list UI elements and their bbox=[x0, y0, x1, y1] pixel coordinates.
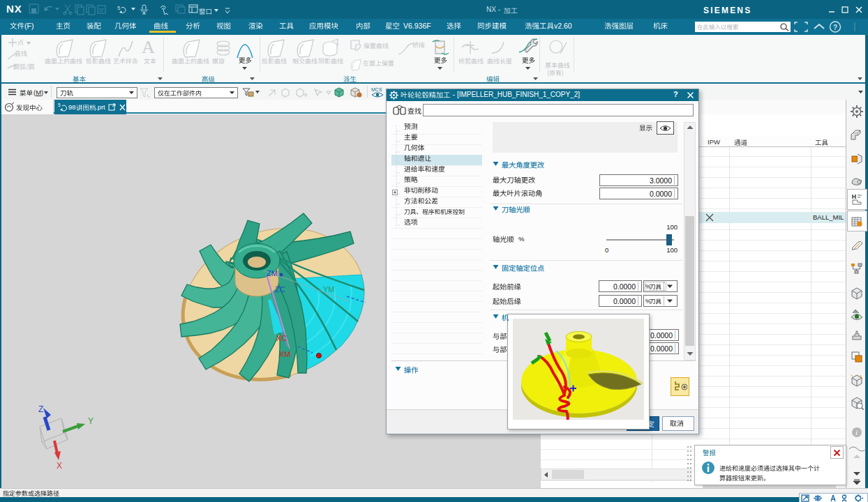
svg-text:?: ? bbox=[833, 24, 837, 31]
svg-text:Y: Y bbox=[88, 416, 93, 426]
svg-text:5: 5 bbox=[58, 102, 61, 107]
svg-text:i: i bbox=[855, 428, 858, 436]
svg-text:XM: XM bbox=[279, 350, 291, 358]
svg-text:XC: XC bbox=[276, 334, 287, 342]
svg-text:5: 5 bbox=[117, 5, 121, 11]
svg-text:X: X bbox=[57, 461, 62, 471]
svg-text:MCS: MCS bbox=[371, 87, 382, 92]
svg-text:ZM: ZM bbox=[267, 269, 278, 277]
svg-text:YM: YM bbox=[323, 285, 335, 294]
svg-text:ZC: ZC bbox=[275, 285, 285, 294]
svg-text:Z: Z bbox=[38, 404, 43, 414]
